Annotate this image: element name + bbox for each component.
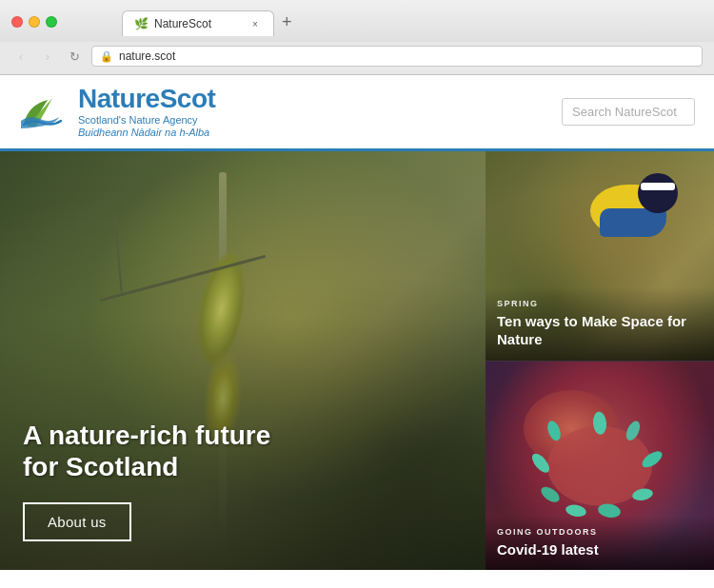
hero-side-cards: SPRING Ten ways to Make Space for Nature: [486, 151, 714, 570]
logo-area: NatureScot Scotland's Nature Agency Buid…: [19, 85, 562, 139]
close-button[interactable]: [11, 16, 23, 28]
logo-icon: [19, 90, 67, 133]
new-tab-button[interactable]: +: [274, 8, 300, 36]
minimize-button[interactable]: [29, 16, 40, 28]
hero-content: A nature-rich future for Scotland About …: [23, 420, 270, 541]
spring-card-overlay: SPRING Ten ways to Make Space for Nature: [486, 287, 714, 361]
bird-illustration: [571, 166, 695, 270]
refresh-button[interactable]: ↻: [65, 47, 84, 66]
about-us-button[interactable]: About us: [23, 502, 131, 541]
lock-icon: 🔒: [100, 50, 113, 63]
tab-title: NatureScot: [154, 17, 211, 30]
spring-card[interactable]: SPRING Ten ways to Make Space for Nature: [486, 151, 714, 361]
url-text: nature.scot: [119, 49, 175, 63]
hero-headline: A nature-rich future for Scotland: [23, 420, 270, 483]
covid-card-tag: GOING OUTDOORS: [497, 527, 703, 537]
logo-name: NatureScot: [78, 85, 215, 114]
title-bar: 🌿 NatureScot × +: [0, 0, 714, 42]
maximize-button[interactable]: [46, 16, 57, 28]
covid-card-title: Covid-19 latest: [497, 540, 703, 559]
svg-point-9: [545, 419, 564, 442]
spring-card-title: Ten ways to Make Space for Nature: [497, 312, 703, 349]
tagline-english: Scotland's Nature Agency: [78, 114, 215, 127]
site-header: NatureScot Scotland's Nature Agency Buid…: [0, 75, 714, 151]
browser-chrome: 🌿 NatureScot × + ‹ › ↻ 🔒 nature.scot: [0, 0, 714, 75]
hero-section: A nature-rich future for Scotland About …: [0, 151, 714, 570]
tab-close-button[interactable]: ×: [248, 17, 262, 30]
logo-text-area: NatureScot Scotland's Nature Agency Buid…: [78, 85, 215, 139]
back-button[interactable]: ‹: [11, 47, 30, 66]
covid-card-overlay: GOING OUTDOORS Covid-19 latest: [486, 516, 714, 571]
hero-main-image: A nature-rich future for Scotland About …: [0, 151, 486, 570]
tab-favicon: 🌿: [134, 17, 149, 30]
tagline-gaelic: Buidheann Nàdair na h-Alba: [78, 127, 215, 139]
bird-head: [638, 173, 678, 213]
covid-card[interactable]: GOING OUTDOORS Covid-19 latest: [486, 361, 714, 571]
address-bar: ‹ › ↻ 🔒 nature.scot: [0, 42, 714, 75]
spring-card-tag: SPRING: [497, 299, 703, 308]
logo-taglines: Scotland's Nature Agency Buidheann Nàdai…: [78, 114, 215, 139]
traffic-lights: [11, 16, 57, 28]
forward-button[interactable]: ›: [38, 47, 57, 66]
browser-tab[interactable]: 🌿 NatureScot ×: [122, 10, 274, 36]
website-content: NatureScot Scotland's Nature Agency Buid…: [0, 75, 714, 588]
url-field[interactable]: 🔒 nature.scot: [91, 46, 703, 67]
search-input[interactable]: Search NatureScot: [562, 98, 695, 126]
